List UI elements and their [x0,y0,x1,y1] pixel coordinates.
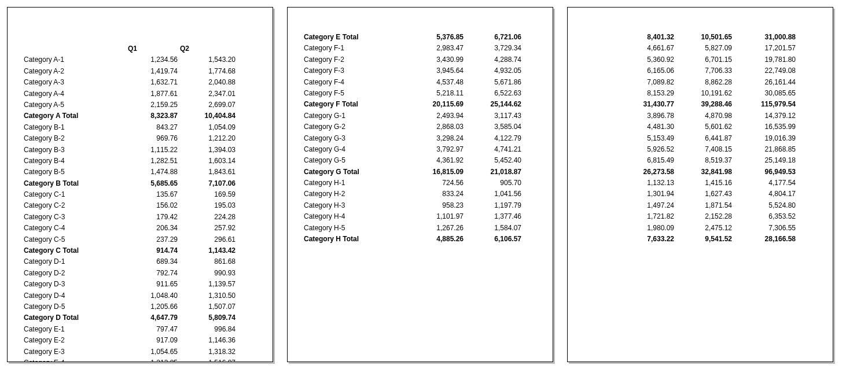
row-total: 96,949.53 [733,167,797,178]
row-q2: 10,404.84 [179,110,237,121]
row-total: 14,379.12 [733,110,797,121]
row-total: 22,749.08 [733,65,797,76]
row-q2: 1,584.07 [465,223,523,234]
row-q2: 1,516.07 [179,357,237,362]
row-label: Category C Total [23,245,127,256]
row-q2: 25,144.62 [465,99,523,110]
row-total: 5,524.80 [733,200,797,211]
row-q2: 3,117.43 [465,110,523,121]
table-page-1: Q1 Q2 Category A-11,234.561,543.20Catego… [23,18,258,362]
row-q4: 8,519.37 [675,155,733,166]
table-row: Category D-3911.651,139.57 [23,279,258,290]
table-row: Category F-23,430.994,288.74 [303,54,538,65]
row-q3: 8,401.32 [617,32,675,43]
row-q1: 1,054.65 [127,346,179,357]
table-row: Category C-3179.42224.28 [23,212,258,223]
row-label: Category A-4 [23,89,127,99]
row-label: Category A Total [23,110,127,121]
row-q3: 6,165.06 [617,65,675,76]
row-q2: 6,721.06 [465,32,523,43]
table-row: Category G-43,792.974,741.21 [303,144,538,155]
row-label: Category B-1 [23,122,127,133]
row-q1: 237.29 [127,234,179,245]
row-label: Category B-3 [23,145,127,156]
row-label: Category D-4 [23,290,127,301]
row-q1: 3,430.99 [413,54,465,65]
row-q1: 2,868.03 [413,121,465,132]
row-q3: 6,815.49 [617,155,675,166]
row-total: 16,535.99 [733,121,797,132]
row-q4: 6,441.87 [675,133,733,144]
row-label: Category C-1 [23,189,127,200]
row-q3: 1,980.09 [617,223,675,234]
table-row: Category F Total20,115.6925,144.62 [303,99,538,110]
table-row: Category E-2917.091,146.36 [23,335,258,346]
row-q1: 3,792.97 [413,144,465,155]
row-q1: 5,376.85 [413,32,465,43]
table-row: Category G-12,493.943,117.43 [303,110,538,121]
row-label: Category B-4 [23,156,127,167]
row-total: 28,166.58 [733,234,797,245]
row-q1: 833.24 [413,189,465,200]
table-row: Category A Total8,323.8710,404.84 [23,110,258,121]
row-label: Category D-5 [23,301,127,312]
row-q3: 5,360.92 [617,54,675,65]
row-label: Category F-3 [303,65,413,76]
row-label: Category F-5 [303,88,413,99]
table-row: 8,401.3210,501.6531,000.88 [583,32,818,43]
row-q2: 7,107.06 [179,178,237,189]
page-2: Category E Total5,376.856,721.06Category… [287,7,553,362]
row-q1: 917.09 [127,335,179,346]
table-row: 4,481.305,601.6216,535.99 [583,121,818,132]
table-row: Category E-41,212.851,516.07 [23,357,258,362]
row-label: Category G-3 [303,133,413,144]
row-q1: 156.02 [127,200,179,211]
table-row: 5,926.527,408.1521,868.85 [583,144,818,155]
row-total: 7,306.55 [733,223,797,234]
row-label: Category F-2 [303,54,413,65]
row-q1: 792.74 [127,268,179,279]
row-q2: 4,741.21 [465,144,523,155]
row-q2: 1,212.20 [179,133,237,144]
table-row: Category D Total4,647.795,809.74 [23,312,258,323]
row-label: Category E-1 [23,324,127,335]
row-q3: 31,430.77 [617,99,675,110]
row-q1: 1,632.71 [127,77,179,88]
table-row: Category E-1797.47996.84 [23,324,258,335]
row-q4: 10,191.62 [675,88,733,99]
table-row: 26,273.5832,841.9896,949.53 [583,167,818,178]
row-q2: 257.92 [179,223,237,234]
row-q1: 724.56 [413,178,465,189]
row-label: Category E-2 [23,335,127,346]
row-q3: 7,633.22 [617,234,675,245]
page-1: Q1 Q2 Category A-11,234.561,543.20Catego… [7,7,273,362]
row-label: Category A-5 [23,99,127,110]
row-q2: 1,041.56 [465,189,523,200]
table-row: Category E-31,054.651,318.32 [23,346,258,357]
row-q1: 179.42 [127,212,179,223]
table-row: 7,633.229,541.5228,166.58 [583,234,818,245]
table-row: Category E Total5,376.856,721.06 [303,32,538,43]
row-q1: 1,267.26 [413,223,465,234]
table-row: Category B Total5,685.657,107.06 [23,178,258,189]
document-pages: Q1 Q2 Category A-11,234.561,543.20Catego… [0,0,868,369]
row-q1: 135.67 [127,189,179,200]
row-q2: 1,543.20 [179,54,237,65]
table-row: Category F-55,218.116,522.63 [303,88,538,99]
row-q2: 1,054.09 [179,122,237,133]
table-row: 1,497.241,871.545,524.80 [583,200,818,211]
row-label: Category F-4 [303,77,413,88]
table-row: Category H-3958.231,197.79 [303,200,538,211]
row-q3: 4,661.67 [617,43,675,54]
row-q4: 5,827.09 [675,43,733,54]
table-row: Category G-22,868.033,585.04 [303,121,538,132]
row-q4: 2,475.12 [675,223,733,234]
row-label: Category A-2 [23,66,127,77]
row-q2: 1,394.03 [179,145,237,156]
row-q4: 7,706.33 [675,65,733,76]
table-row: Category G-54,361.925,452.40 [303,155,538,166]
row-q4: 7,408.15 [675,144,733,155]
row-q2: 5,671.86 [465,77,523,88]
row-q2: 169.59 [179,189,237,200]
row-label: Category D-1 [23,256,127,267]
